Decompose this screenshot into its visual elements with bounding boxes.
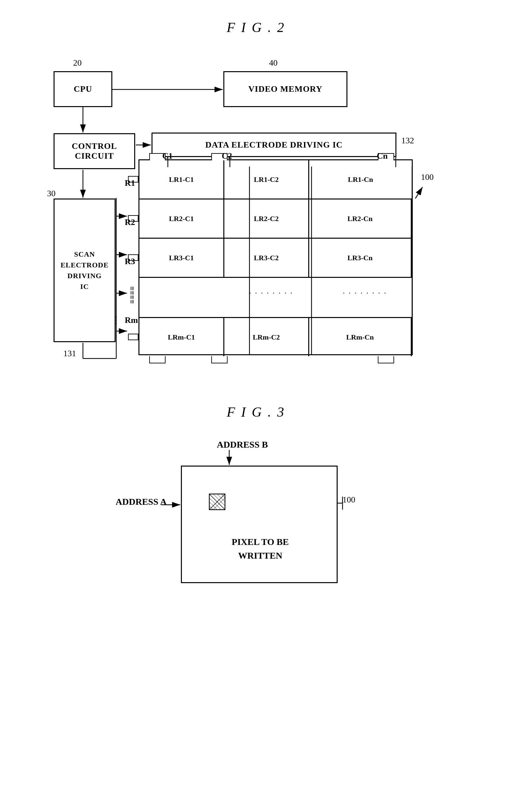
cpu-ref: 20 <box>73 58 82 68</box>
fig3-section: F I G . 3 ADDRESS B ADDRESS A <box>26 398 486 606</box>
cpu-label: CPU <box>74 84 92 94</box>
col-label-c1: C1 <box>162 151 173 161</box>
dots-center-1: . . . . . . . . <box>249 287 293 295</box>
dots-center-2: . . . . . . . . <box>343 287 387 295</box>
cell-lr2-c2: LR2-C2 <box>224 200 309 238</box>
cell-lr1-cn: LR1-Cn <box>309 160 412 199</box>
pixel-label: PIXEL TO BE WRITTEN <box>201 535 319 562</box>
col-dots-right: . . . . . . . . . . . . . . . . <box>224 287 412 295</box>
cpu-box: CPU <box>54 71 112 107</box>
lcd-row-3: LR3-C1 LR3-C2 LR3-Cn <box>139 239 412 278</box>
cell-lr1-c2: LR1-C2 <box>224 160 309 199</box>
fig3-title: F I G . 3 <box>26 404 486 420</box>
cell-lr3-cn: LR3-Cn <box>309 239 412 277</box>
row-label-r2: R2 <box>125 218 135 227</box>
cell-lr2-cn: LR2-Cn <box>309 200 412 238</box>
row-connector-m <box>128 334 138 340</box>
fig2-title: F I G . 2 <box>26 20 486 35</box>
row-label-r1: R1 <box>125 178 135 188</box>
scan-electrode-label: SCAN ELECTRODE DRIVING IC <box>60 249 108 292</box>
fig2-section: F I G . 2 20 CPU 40 VIDEO MEMORY CONTROL… <box>26 13 486 372</box>
control-circuit-label: CONTROL CIRCUIT <box>55 141 134 161</box>
row-label-rm: Rm <box>125 315 138 325</box>
lcd-row-m: LRm-C1 LRm-C2 LRm-Cn <box>139 317 412 356</box>
video-memory-box: VIDEO MEMORY <box>223 71 347 107</box>
panel-ref: 100 <box>421 172 434 182</box>
col-label-cn: Cn <box>377 151 388 161</box>
control-circuit-box: CONTROL CIRCUIT <box>54 133 135 169</box>
col-conn-bottom-c1 <box>149 356 166 364</box>
cell-lrm-c1: LRm-C1 <box>139 318 224 356</box>
pixel-box: PIXEL TO BE WRITTEN <box>181 466 338 583</box>
fig2-diagram: 20 CPU 40 VIDEO MEMORY CONTROL CIRCUIT 3… <box>44 52 468 372</box>
control-ref: 30 <box>47 189 56 199</box>
cell-lr3-c2: LR3-C2 <box>224 239 309 277</box>
video-mem-ref: 40 <box>269 58 278 68</box>
svg-line-20 <box>415 187 423 199</box>
lcd-row-dots: ≡≡≡≡ . . . . . . . . . . . . . . . . <box>139 278 412 304</box>
video-memory-label: VIDEO MEMORY <box>248 84 322 94</box>
col-dots: . . . . . . . . . . . . . . . . <box>253 153 359 163</box>
fig3-diagram: ADDRESS B ADDRESS A <box>109 436 403 606</box>
scan-ref: 131 <box>63 349 76 358</box>
row-label-r3: R3 <box>125 257 135 266</box>
cell-lrm-c2: LRm-C2 <box>224 318 309 356</box>
lcd-row-1: LR1-C1 LR1-C2 LR1-Cn <box>139 160 412 200</box>
scan-dots: ≡≡≡≡ <box>128 286 137 303</box>
pixel-target <box>209 493 226 510</box>
fig3-panel-ref: 100 <box>343 495 355 505</box>
col-conn-bottom-c2 <box>211 356 228 364</box>
lcd-row-2: LR2-C1 LR2-C2 LR2-Cn <box>139 200 412 239</box>
col-conn-bottom-cn <box>378 356 394 364</box>
address-b-label: ADDRESS B <box>217 439 268 450</box>
page: F I G . 2 20 CPU 40 VIDEO MEMORY CONTROL… <box>0 0 512 812</box>
data-electrode-label: DATA ELECTRODE DRIVING IC <box>205 140 343 150</box>
cell-lr2-c1: LR2-C1 <box>139 200 224 238</box>
address-a-label: ADDRESS A <box>116 497 167 507</box>
cell-lr3-c1: LR3-C1 <box>139 239 224 277</box>
cell-lrm-cn: LRm-Cn <box>309 318 412 356</box>
data-electrode-ref: 132 <box>401 136 414 146</box>
lcd-panel: LR1-C1 LR1-C2 LR1-Cn LR2-C1 <box>138 159 413 355</box>
scan-electrode-box: SCAN ELECTRODE DRIVING IC <box>54 199 116 342</box>
col-label-c2: C2 <box>222 151 232 161</box>
cell-lr1-c1: LR1-C1 <box>139 160 224 199</box>
